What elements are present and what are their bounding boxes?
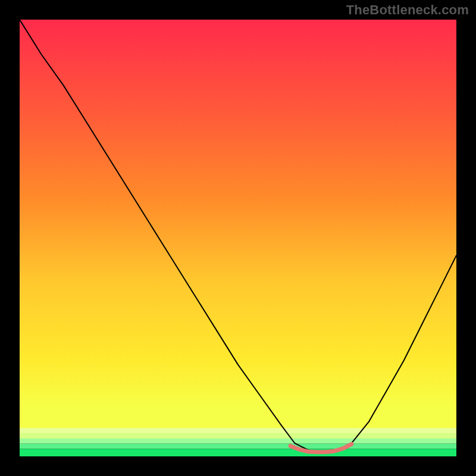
- chart-svg: [20, 20, 456, 456]
- chart-background: [20, 20, 456, 441]
- bottom-band: [20, 444, 456, 449]
- plot-area: [20, 20, 456, 456]
- bottom-band: [20, 428, 456, 433]
- bottom-band: [20, 433, 456, 439]
- bottom-band: [20, 439, 456, 444]
- watermark-text: TheBottleneck.com: [346, 2, 469, 18]
- bottom-band: [20, 449, 456, 456]
- chart-frame: TheBottleneck.com: [0, 0, 476, 476]
